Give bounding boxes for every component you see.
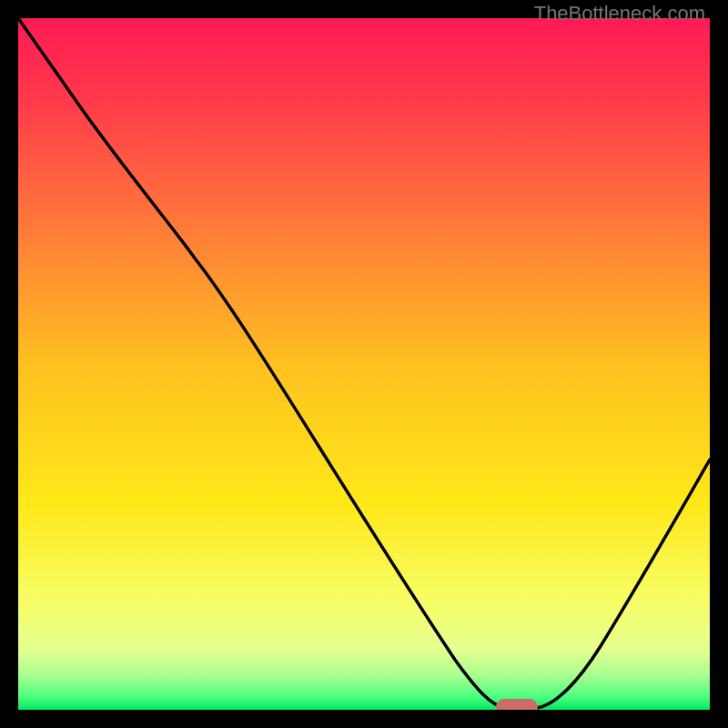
bottleneck-chart bbox=[18, 18, 710, 710]
chart-curve-overlay bbox=[18, 18, 710, 710]
bottleneck-curve bbox=[18, 18, 710, 708]
optimal-point-marker bbox=[496, 699, 538, 710]
watermark-text: TheBottleneck.com bbox=[534, 2, 705, 25]
